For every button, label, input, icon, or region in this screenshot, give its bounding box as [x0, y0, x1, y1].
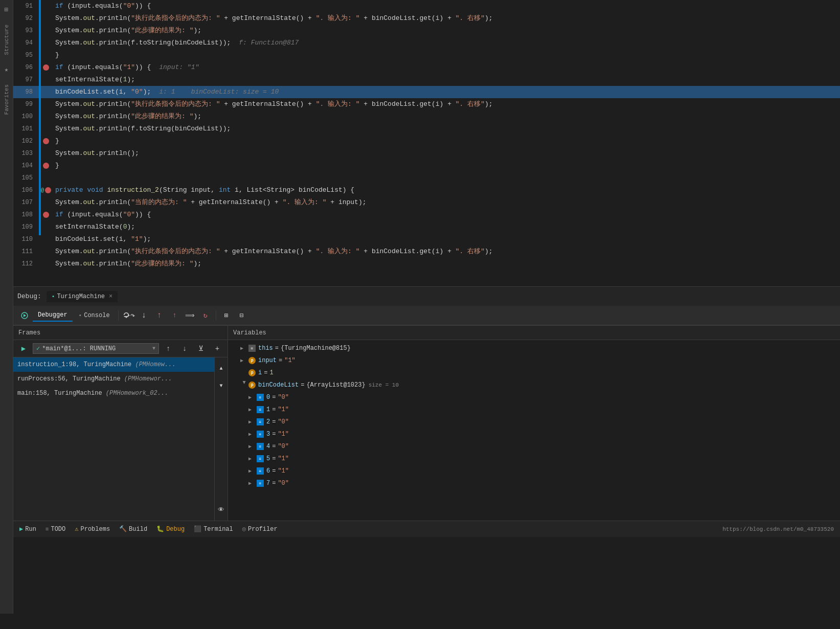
code-line-99: 99 System.out.println("执行此条指令后的内态为: " + … [13, 98, 840, 110]
var-bin-7[interactable]: ▶ ≡ 7 = "0" [228, 477, 840, 489]
code-line-96: 96 if (input.equals("1")) {input: "1" [13, 61, 840, 74]
var-i-icon: p [248, 369, 256, 376]
debugger-tab[interactable]: Debugger [33, 309, 73, 322]
console-tab[interactable]: ▪ Console [74, 310, 115, 321]
breakpoint-104[interactable] [43, 163, 49, 169]
terminal-btn[interactable]: ⬛ Terminal [190, 523, 237, 535]
frames-toolbar: ▶ ✓ *main*@1...: RUNNING ▼ ↑ ↓ ⊻ + [13, 340, 228, 357]
var-bin-4[interactable]: ▶ ≡ 4 = "0" [228, 440, 840, 453]
frames-up-btn[interactable]: ↑ [161, 342, 175, 355]
step-out-btn[interactable]: ↑ [152, 309, 167, 322]
code-line-107: 107 System.out.println("当前的内态为: " + getI… [13, 196, 840, 209]
variables-list[interactable]: ▶ ≡ this = {TuringMachine@815} ▶ p input… [228, 340, 840, 521]
code-line-110: 110 binCodeList.set(i, "1"); [13, 233, 840, 245]
code-line-92: 92 System.out.println("执行此条指令后的内态为: " + … [13, 12, 840, 25]
settings-btn[interactable]: ⊞ [219, 309, 234, 322]
frames-scroll-down[interactable]: ▼ [214, 379, 228, 392]
code-line-94: 94 System.out.println(f.toString(binCode… [13, 37, 840, 49]
step-over-btn[interactable]: ↷ [122, 309, 136, 322]
rerun-btn[interactable] [17, 309, 32, 322]
frames-with-side: instruction_1:98, TuringMachine (PMHomew… [13, 357, 228, 521]
separator-1 [118, 310, 119, 321]
var-bin-2[interactable]: ▶ ≡ 2 = "0" [228, 416, 840, 428]
var-input[interactable]: ▶ p input = "1" [228, 354, 840, 367]
bottom-bar: ▶ Run ≡ TODO ⚠ Problems 🔨 Build 🐛 De [13, 521, 840, 537]
problems-btn[interactable]: ⚠ Problems [71, 523, 114, 535]
var-bin-0-icon: ≡ [257, 394, 264, 401]
code-line-108: 108 if (input.equals("0")) { [13, 209, 840, 221]
frames-scroll-up[interactable]: ▲ [214, 362, 228, 375]
structure-icon[interactable]: ⊞ [1, 4, 12, 15]
debug-tab[interactable]: ▪ TuringMachine × [47, 291, 118, 302]
frames-eye-btn[interactable]: 👁 [214, 503, 228, 516]
frame-item-2[interactable]: main:158, TuringMachine (PMHomework_02..… [13, 386, 214, 400]
frames-down-btn[interactable]: ↓ [177, 342, 192, 355]
frames-panel: Frames ▶ ✓ *main*@1...: RUNNING ▼ ↑ [13, 326, 228, 521]
code-editor[interactable]: 91 if (input.equals("0")) { 92 System.ou… [13, 0, 840, 286]
debug-controls: Debugger ▪ Console ↷ ↓ [13, 306, 840, 325]
build-btn[interactable]: 🔨 Build [115, 523, 151, 535]
run-to-cursor-btn[interactable]: ↑ [168, 309, 182, 322]
var-input-icon: p [248, 357, 256, 364]
var-bin-1[interactable]: ▶ ≡ 1 = "1" [228, 403, 840, 416]
var-bin-2-icon: ≡ [257, 418, 264, 425]
evaluate-btn[interactable]: ⟹ [183, 309, 197, 322]
frames-header: Frames [13, 326, 228, 340]
debug-bar: Debug: ▪ TuringMachine × [13, 286, 840, 306]
var-bincodelist[interactable]: ▶ p binCodeList = {ArrayList@1023} size … [228, 379, 840, 391]
todo-btn[interactable]: ≡ TODO [41, 524, 70, 535]
frame-item-1[interactable]: runProcess:56, TuringMachine (PMHomewor.… [13, 372, 214, 386]
separator-2 [216, 310, 216, 321]
layout-body: ⊞ Structure ★ Favorites 91 if (input.equ… [0, 0, 840, 614]
url-link[interactable]: https://blog.csdn.net/m0_48733520 [718, 524, 838, 534]
resume-btn[interactable]: ▶ [16, 342, 31, 355]
var-bin-3[interactable]: ▶ ≡ 3 = "1" [228, 428, 840, 440]
var-bin-5[interactable]: ▶ ≡ 5 = "1" [228, 453, 840, 465]
frame-item-0[interactable]: instruction_1:98, TuringMachine (PMHomew… [13, 357, 214, 372]
far-left-sidebar: ⊞ Structure ★ Favorites [0, 0, 13, 614]
force-run-btn[interactable]: ↻ [198, 309, 213, 322]
main-container: ⊞ Structure ★ Favorites 91 if (input.equ… [0, 0, 840, 629]
favorites-label[interactable]: Favorites [3, 81, 11, 118]
var-bin-6-icon: ≡ [257, 467, 264, 475]
favorites-icon[interactable]: ★ [1, 64, 12, 75]
code-line-103: 103 System.out.println(); [13, 147, 840, 160]
var-i[interactable]: ▶ p i = 1 [228, 367, 840, 379]
debug-tab-name: TuringMachine [57, 293, 105, 300]
code-line-101: 101 System.out.println(f.toString(binCod… [13, 123, 840, 135]
code-line-93: 93 System.out.println("此步骤的结果为: "); [13, 25, 840, 37]
var-bin-5-icon: ≡ [257, 455, 264, 462]
profiler-btn[interactable]: ◎ Profiler [238, 523, 282, 535]
code-line-97: 97 setInternalState(1); [13, 74, 840, 86]
var-bin-3-icon: ≡ [257, 431, 264, 438]
debug-btn[interactable]: 🐛 Debug [152, 523, 189, 535]
frames-add-btn[interactable]: + [210, 342, 224, 355]
variables-header: Variables [228, 326, 840, 340]
breakpoint-96[interactable] [43, 64, 49, 71]
layout-btn[interactable]: ⊟ [235, 309, 249, 322]
code-line-105: 105 [13, 172, 840, 184]
var-bin-0[interactable]: ▶ ≡ 0 = "0" [228, 391, 840, 403]
var-bincodelist-icon: p [248, 381, 256, 389]
content-area: 91 if (input.equals("0")) { 92 System.ou… [13, 0, 840, 614]
debug-label: Debug: [17, 293, 41, 300]
breakpoint-102[interactable] [43, 138, 49, 144]
var-bin-6[interactable]: ▶ ≡ 6 = "1" [228, 465, 840, 477]
var-bin-1-icon: ≡ [257, 406, 264, 413]
run-btn[interactable]: ▶ Run [15, 523, 40, 535]
code-line-91: 91 if (input.equals("0")) { [13, 0, 840, 12]
code-line-111: 111 System.out.println("执行此条指令后的内态为: " +… [13, 245, 840, 258]
thread-selector[interactable]: ✓ *main*@1...: RUNNING ▼ [33, 343, 159, 354]
var-this[interactable]: ▶ ≡ this = {TuringMachine@815} [228, 342, 840, 354]
debug-panels: Frames ▶ ✓ *main*@1...: RUNNING ▼ ↑ [13, 325, 840, 521]
variables-panel: Variables ▶ ≡ this = {TuringMachine@815} [228, 326, 840, 521]
step-into-btn[interactable]: ↓ [137, 309, 151, 322]
frames-list[interactable]: instruction_1:98, TuringMachine (PMHomew… [13, 357, 214, 521]
breakpoint-106[interactable] [45, 187, 51, 193]
debug-tab-close[interactable]: × [109, 293, 112, 300]
breakpoint-108[interactable] [43, 212, 49, 218]
frames-side-panel: ▲ ▼ 👁 [214, 357, 228, 521]
structure-label[interactable]: Structure [3, 21, 11, 58]
frames-filter-btn[interactable]: ⊻ [194, 342, 208, 355]
var-bin-4-icon: ≡ [257, 443, 264, 450]
